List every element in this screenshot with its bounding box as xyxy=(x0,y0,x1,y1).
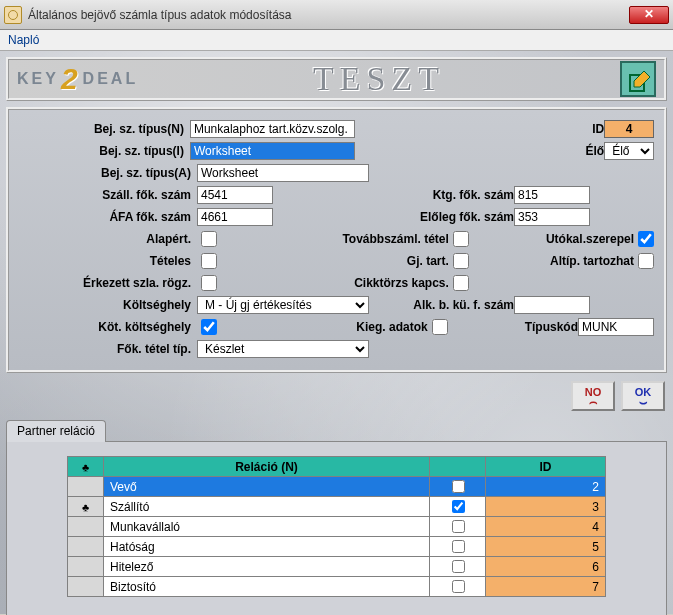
szall-input[interactable] xyxy=(197,186,273,204)
relation-check[interactable] xyxy=(452,480,465,493)
col-relacio[interactable]: Reláció (N) xyxy=(104,457,430,477)
tab-partner-relacio[interactable]: Partner reláció xyxy=(6,420,106,442)
type-a-label: Bej. sz. típus(A) xyxy=(19,166,197,180)
relation-id: 3 xyxy=(486,497,606,517)
type-n-label: Bej. sz. típus(N) xyxy=(19,122,190,136)
type-n-input[interactable] xyxy=(190,120,355,138)
kot-label: Köt. költséghely xyxy=(19,320,197,334)
cikk-check[interactable] xyxy=(453,275,469,291)
tab-body: ♣ Reláció (N) ID Vevő2♣Szállító3Munkavál… xyxy=(6,441,667,615)
ktg-hely-select[interactable]: M - Új gj értékesítés xyxy=(197,296,369,314)
alap-label: Alapért. xyxy=(19,232,197,246)
relation-id: 7 xyxy=(486,577,606,597)
ktg-fsz-input[interactable] xyxy=(514,186,590,204)
frown-icon: ⌢ xyxy=(589,398,598,406)
relation-check-cell[interactable] xyxy=(430,577,486,597)
relation-id: 6 xyxy=(486,557,606,577)
relation-check[interactable] xyxy=(452,520,465,533)
relation-name: Vevő xyxy=(104,477,430,497)
no-button[interactable]: NO ⌢ xyxy=(571,381,615,411)
table-row[interactable]: Munkavállaló4 xyxy=(68,517,606,537)
type-i-input[interactable] xyxy=(190,142,355,160)
table-row[interactable]: ♣Szállító3 xyxy=(68,497,606,517)
alap-check[interactable] xyxy=(201,231,217,247)
ktg-hely-label: Költséghely xyxy=(19,298,197,312)
fot-select[interactable]: Készlet xyxy=(197,340,369,358)
fot-label: Fők. tétel típ. xyxy=(19,342,197,356)
szall-label: Száll. fők. szám xyxy=(19,188,197,202)
erk-check[interactable] xyxy=(201,275,217,291)
relation-grid: ♣ Reláció (N) ID Vevő2♣Szállító3Munkavál… xyxy=(67,456,606,597)
cikk-label: Cikktörzs kapcs. xyxy=(309,276,449,290)
altip-check[interactable] xyxy=(638,253,654,269)
table-row[interactable]: Hitelező6 xyxy=(68,557,606,577)
titlebar: Általános bejövő számla típus adatok mód… xyxy=(0,0,673,30)
form-panel: Bej. sz. típus(N) ID Bej. sz. típus(I) É… xyxy=(6,107,667,373)
table-row[interactable]: Vevő2 xyxy=(68,477,606,497)
header-panel: KEY 2 DEAL TESZT xyxy=(6,57,667,101)
id-label: ID xyxy=(518,122,604,136)
relation-id: 2 xyxy=(486,477,606,497)
row-header[interactable] xyxy=(68,577,104,597)
relation-check-cell[interactable] xyxy=(430,477,486,497)
teteles-check[interactable] xyxy=(201,253,217,269)
logo-key: KEY xyxy=(17,70,59,88)
relation-name: Szállító xyxy=(104,497,430,517)
row-header[interactable]: ♣ xyxy=(68,497,104,517)
relation-id: 4 xyxy=(486,517,606,537)
kot-check[interactable] xyxy=(201,319,217,335)
relation-name: Hitelező xyxy=(104,557,430,577)
relation-check[interactable] xyxy=(452,500,465,513)
tipuskod-input[interactable] xyxy=(578,318,654,336)
relation-name: Hatóság xyxy=(104,537,430,557)
afa-label: ÁFA fők. szám xyxy=(19,210,197,224)
utokal-check[interactable] xyxy=(638,231,654,247)
relation-check-cell[interactable] xyxy=(430,537,486,557)
alk-input[interactable] xyxy=(514,296,590,314)
smile-icon: ⌣ xyxy=(639,398,648,406)
ktg-fsz-label: Ktg. fők. szám xyxy=(384,188,514,202)
relation-check[interactable] xyxy=(452,560,465,573)
kieg-check[interactable] xyxy=(432,319,448,335)
elo-select[interactable]: Élő xyxy=(604,142,654,160)
menu-naplo[interactable]: Napló xyxy=(8,33,39,47)
type-a-input[interactable] xyxy=(197,164,369,182)
edit-mode-button[interactable] xyxy=(620,61,656,97)
ok-button[interactable]: OK ⌣ xyxy=(621,381,665,411)
id-field xyxy=(604,120,654,138)
erk-label: Érkezett szla. rögz. xyxy=(19,276,197,290)
relation-check[interactable] xyxy=(452,540,465,553)
type-i-label: Bej. sz. típus(I) xyxy=(19,144,190,158)
elo-label: Élő xyxy=(518,144,604,158)
col-id[interactable]: ID xyxy=(486,457,606,477)
close-icon[interactable]: ✕ xyxy=(629,6,669,24)
kieg-label: Kieg. adatok xyxy=(318,320,428,334)
table-row[interactable]: Biztosító7 xyxy=(68,577,606,597)
eloleg-input[interactable] xyxy=(514,208,590,226)
menubar: Napló xyxy=(0,30,673,51)
alk-label: Alk. b. kü. f. szám xyxy=(384,298,514,312)
dialog-buttons: NO ⌢ OK ⌣ xyxy=(6,381,667,411)
relation-check-cell[interactable] xyxy=(430,497,486,517)
window-title: Általános bejövő számla típus adatok mód… xyxy=(28,8,629,22)
row-header[interactable] xyxy=(68,517,104,537)
utokal-label: Utókal.szerepel xyxy=(524,232,634,246)
relation-id: 5 xyxy=(486,537,606,557)
tab-area: Partner reláció ♣ Reláció (N) ID Vevő2♣S… xyxy=(6,419,667,615)
watermark-text: TESZT xyxy=(138,60,620,98)
row-header[interactable] xyxy=(68,477,104,497)
col-check[interactable] xyxy=(430,457,486,477)
row-header[interactable] xyxy=(68,537,104,557)
table-row[interactable]: Hatóság5 xyxy=(68,537,606,557)
afa-input[interactable] xyxy=(197,208,273,226)
gj-check[interactable] xyxy=(453,253,469,269)
relation-check-cell[interactable] xyxy=(430,557,486,577)
tovabb-check[interactable] xyxy=(453,231,469,247)
teteles-label: Tételes xyxy=(19,254,197,268)
gj-label: Gj. tart. xyxy=(309,254,449,268)
col-selector[interactable]: ♣ xyxy=(68,457,104,477)
eloleg-label: Előleg fők. szám xyxy=(384,210,514,224)
relation-check[interactable] xyxy=(452,580,465,593)
relation-check-cell[interactable] xyxy=(430,517,486,537)
row-header[interactable] xyxy=(68,557,104,577)
